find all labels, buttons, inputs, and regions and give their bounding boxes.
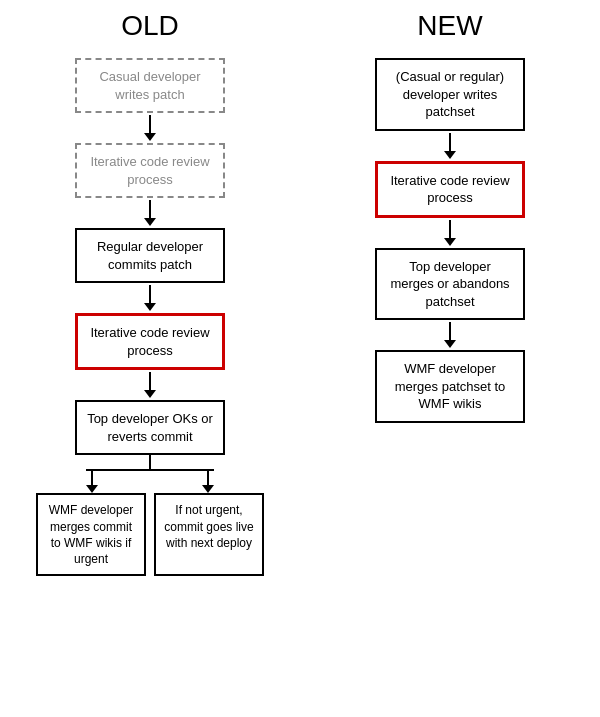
old-arrow2	[144, 200, 156, 226]
new-column: NEW (Casual or regular) developer writes…	[300, 10, 600, 707]
new-arrow3	[444, 322, 456, 348]
old-box6a: WMF developer merges commit to WMF wikis…	[36, 493, 146, 576]
old-arrow3	[144, 285, 156, 311]
diagram: OLD Casual developer writes patch Iterat…	[0, 0, 600, 717]
old-fork	[10, 455, 290, 493]
new-title: NEW	[417, 10, 482, 42]
old-box3: Regular developer commits patch	[75, 228, 225, 283]
old-bottom-boxes: WMF developer merges commit to WMF wikis…	[10, 493, 290, 576]
old-arrow1	[144, 115, 156, 141]
new-arrow2	[444, 220, 456, 246]
old-box2: Iterative code review process	[75, 143, 225, 198]
old-box1: Casual developer writes patch	[75, 58, 225, 113]
new-box2: Iterative code review process	[375, 161, 525, 218]
old-box4: Iterative code review process	[75, 313, 225, 370]
new-box4: WMF developer merges patchset to WMF wik…	[375, 350, 525, 423]
new-arrow1	[444, 133, 456, 159]
new-box3: Top developer merges or abandons patchse…	[375, 248, 525, 321]
old-column: OLD Casual developer writes patch Iterat…	[0, 10, 300, 707]
old-title: OLD	[121, 10, 179, 42]
old-arrow4	[144, 372, 156, 398]
old-box5: Top developer OKs or reverts commit	[75, 400, 225, 455]
old-box6b: If not urgent, commit goes live with nex…	[154, 493, 264, 576]
new-box1: (Casual or regular) developer writes pat…	[375, 58, 525, 131]
